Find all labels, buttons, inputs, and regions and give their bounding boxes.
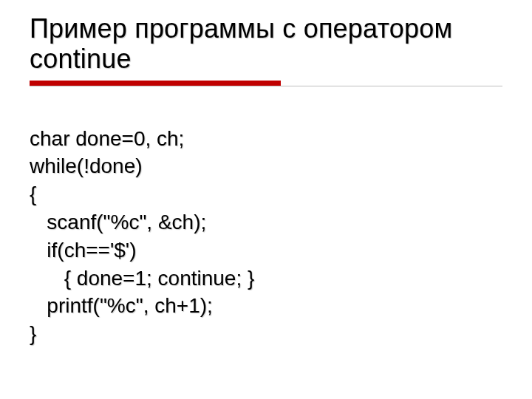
grey-rule — [30, 86, 502, 86]
slide-title: Пример программы с оператором continue — [30, 13, 502, 75]
code-line: while(!done) — [30, 154, 143, 177]
code-line: char done=0, ch; — [30, 127, 184, 150]
slide: Пример программы с оператором continue c… — [0, 0, 532, 399]
code-line: { done=1; continue; } — [30, 267, 254, 290]
code-line: { — [30, 183, 36, 205]
code-line: printf("%c", ch+1); — [30, 294, 213, 317]
code-line: } — [30, 322, 36, 345]
title-underline — [30, 81, 502, 86]
code-line: if(ch=='$') — [30, 239, 137, 262]
code-block: char done=0, ch; while(!done) { scanf("%… — [30, 97, 502, 348]
code-line: scanf("%c", &ch); — [30, 211, 206, 233]
